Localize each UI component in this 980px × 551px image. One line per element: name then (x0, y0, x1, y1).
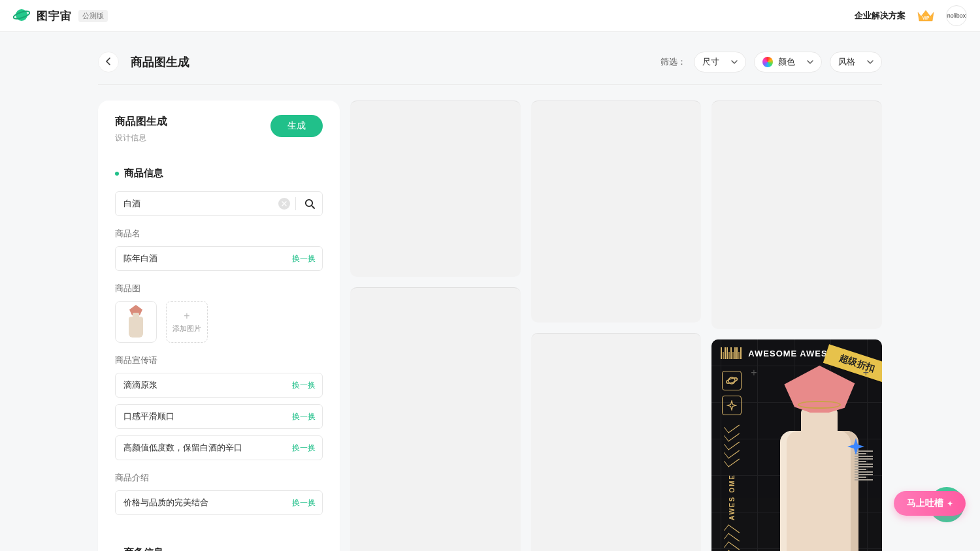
results-grid: AWESOME AWESOME 超级折扣 (350, 101, 882, 551)
intro-input[interactable]: 价格与品质的完美结合 换一换 (115, 490, 323, 515)
svg-text:VIP: VIP (923, 16, 930, 20)
sparkle-icon: ✦ (947, 500, 953, 507)
brand[interactable]: 图宇宙 公测版 (13, 7, 108, 25)
result-card-placeholder[interactable] (531, 101, 702, 323)
search-value: 白酒 (123, 198, 278, 210)
label-slogan: 商品宣传语 (115, 354, 323, 366)
slogan-input-3[interactable]: 高颜值低度数，保留白酒的辛口 换一换 (115, 435, 323, 460)
crosshair-icon: + (751, 367, 757, 379)
result-card-placeholder[interactable] (350, 101, 521, 277)
swap-button[interactable]: 换一换 (292, 411, 316, 422)
product-name-input[interactable]: 陈年白酒 换一换 (115, 246, 323, 271)
enterprise-link[interactable]: 企业解决方案 (855, 10, 906, 22)
search-icon[interactable] (300, 194, 319, 213)
page-header: 商品图生成 筛选： 尺寸 颜色 风格 (98, 32, 882, 84)
sparkle-icon (847, 437, 865, 458)
chevron-left-icon (105, 57, 112, 67)
sparkle-outline-icon (722, 396, 742, 415)
form-subtitle: 设计信息 (115, 133, 167, 144)
form-title: 商品图生成 (115, 115, 167, 129)
result-card-placeholder[interactable] (531, 333, 702, 551)
crosshair-icon: + (863, 367, 869, 379)
label-product-name: 商品名 (115, 228, 323, 240)
chevron-down-icon (731, 57, 738, 67)
feedback-button[interactable]: 马上吐槽 ✦ (894, 491, 966, 516)
top-nav: 图宇宙 公测版 企业解决方案 VIP nolibox (0, 0, 980, 32)
brand-name: 图宇宙 (37, 8, 72, 24)
swap-button[interactable]: 换一换 (292, 497, 316, 509)
clear-icon[interactable] (278, 198, 290, 210)
filter-color[interactable]: 颜色 (754, 52, 822, 72)
svg-point-5 (726, 377, 738, 384)
back-button[interactable] (98, 52, 119, 72)
vip-crown-icon[interactable]: VIP (916, 8, 936, 23)
slogan-input-1[interactable]: 滴滴原浆 换一换 (115, 373, 323, 398)
barcode-icon (721, 347, 742, 359)
chevron-stack-icon (724, 528, 740, 551)
plus-icon: + (184, 311, 189, 321)
swap-button[interactable]: 换一换 (292, 380, 316, 391)
section-product-info: 商品信息 (115, 167, 323, 180)
results-col-2 (531, 101, 702, 551)
label-product-image: 商品图 (115, 283, 323, 294)
avatar[interactable]: nolibox (946, 5, 967, 26)
form-card: 商品图生成 设计信息 生成 商品信息 白酒 (98, 101, 340, 551)
filter-size[interactable]: 尺寸 (694, 52, 746, 72)
result-card-placeholder[interactable] (711, 101, 882, 329)
filter-label: 筛选： (661, 56, 686, 68)
beta-badge: 公测版 (78, 10, 108, 22)
poster-rail-text: AWES OME (728, 474, 736, 520)
result-card-placeholder[interactable] (350, 287, 521, 551)
product-search-input[interactable]: 白酒 (115, 191, 323, 216)
bullet-icon (115, 172, 119, 176)
results-col-1 (350, 101, 521, 551)
results-col-3: AWESOME AWESOME 超级折扣 (711, 101, 882, 551)
product-bottle-illustration (774, 366, 864, 551)
swap-button[interactable]: 换一换 (292, 253, 316, 264)
page-title: 商品图生成 (131, 54, 189, 70)
swap-button[interactable]: 换一换 (292, 443, 316, 454)
planet-outline-icon (722, 371, 742, 390)
chevron-down-icon (867, 57, 874, 67)
color-wheel-icon (762, 57, 773, 67)
product-image-thumb[interactable] (115, 301, 157, 343)
add-image-button[interactable]: + 添加图片 (166, 301, 208, 343)
filter-style[interactable]: 风格 (830, 52, 882, 72)
label-intro: 商品介绍 (115, 472, 323, 484)
result-card-poster[interactable]: AWESOME AWESOME 超级折扣 (711, 339, 882, 551)
section-business-info: 商务信息 (115, 546, 323, 551)
slogan-input-2[interactable]: 口感平滑顺口 换一换 (115, 404, 323, 429)
generate-button[interactable]: 生成 (270, 115, 323, 137)
chevron-stack-icon (724, 423, 740, 464)
chevron-down-icon (807, 57, 813, 67)
planet-logo-icon (13, 7, 30, 25)
bottle-thumb-icon (127, 306, 145, 338)
